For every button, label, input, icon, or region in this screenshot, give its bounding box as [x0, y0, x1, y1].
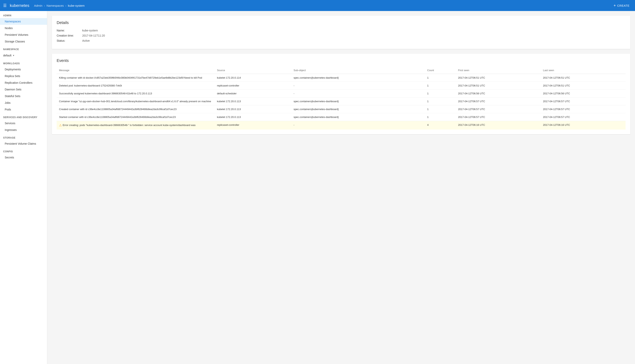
sidebar-item-replica-sets[interactable]: Replica Sets [0, 73, 47, 80]
event-count-3: 1 [425, 98, 456, 105]
events-header-row: Message Source Sub-object Count First se… [57, 67, 625, 74]
sidebar-item-services[interactable]: Services [0, 120, 47, 126]
breadcrumb-namespaces[interactable]: Namespaces [47, 4, 64, 7]
sidebar-label-pods: Pods [5, 108, 11, 111]
event-count-5: 1 [425, 113, 456, 121]
event-message-0: Killing container with id docker://c857a… [57, 74, 215, 82]
warning-icon: ⚠ [59, 124, 63, 127]
topbar: ☰ kubernetes Admin › Namespaces › kube-s… [0, 0, 635, 11]
sidebar-item-namespaces[interactable]: Namespaces [0, 18, 47, 25]
sidebar-item-ingresses[interactable]: Ingresses [0, 126, 47, 133]
event-source-2: default-scheduler [215, 90, 291, 98]
table-row: Deleted pod: kubernetes-dashboard-175242… [57, 82, 625, 90]
event-first-seen-5: 2017-04-12T06:57 UTC [456, 113, 541, 121]
event-source-0: kubelet 172.20.0.114 [215, 74, 291, 82]
sidebar-item-jobs[interactable]: Jobs [0, 100, 47, 106]
event-subobject-3: spec.containers{kubernetes-dashboard} [291, 98, 425, 105]
config-section-header: Config [0, 147, 47, 154]
event-count-6: 4 [425, 121, 456, 130]
plus-icon: + [613, 3, 616, 8]
hamburger-icon[interactable]: ☰ [3, 3, 7, 8]
events-card: Events Message Source Sub-object Count F… [52, 54, 630, 134]
detail-name-value: kube-system [82, 29, 98, 32]
sidebar-label-replica-sets: Replica Sets [5, 74, 20, 78]
table-row: Started container with id c36e4cc8e11088… [57, 113, 625, 121]
detail-creation-row: Creation time: 2017-04-11T11:20 [57, 34, 625, 37]
sidebar-label-jobs: Jobs [5, 101, 11, 104]
col-first-seen: First seen [456, 67, 541, 74]
sidebar-item-nodes[interactable]: Nodes [0, 25, 47, 32]
event-last-seen-4: 2017-04-12T06:57 UTC [541, 105, 625, 113]
detail-status-row: Status: Active [57, 39, 625, 42]
table-row: Successfully assigned kubernetes-dashboa… [57, 90, 625, 98]
sidebar: Admin Namespaces Nodes Persistent Volume… [0, 11, 47, 364]
breadcrumb-current: kube-system [68, 4, 85, 7]
event-source-1: replicaset-controller [215, 82, 291, 90]
sidebar-item-storage-classes[interactable]: Storage Classes [0, 38, 47, 45]
sidebar-item-pvc[interactable]: Persistent Volume Claims [0, 140, 47, 147]
event-message-5: Started container with id c36e4cc8e11088… [57, 113, 215, 121]
col-last-seen: Last seen [541, 67, 625, 74]
detail-name-row: Name: kube-system [57, 29, 625, 32]
detail-creation-value: 2017-04-11T11:20 [82, 34, 105, 37]
breadcrumb-sep-1: › [44, 4, 45, 7]
create-button[interactable]: + CREATE [611, 2, 632, 10]
table-row: ⚠ Error creating: pods "kubernetes-dashb… [57, 121, 625, 130]
event-message-2: Successfully assigned kubernetes-dashboa… [57, 90, 215, 98]
detail-creation-label: Creation time: [57, 34, 82, 37]
event-last-seen-3: 2017-04-12T06:57 UTC [541, 98, 625, 105]
event-first-seen-0: 2017-04-12T06:51 UTC [456, 74, 541, 82]
event-count-1: 1 [425, 82, 456, 90]
events-title: Events [57, 58, 625, 63]
table-row: Container image "sz-pg-oam-docker-hub-00… [57, 98, 625, 105]
sidebar-item-persistent-volumes[interactable]: Persistent Volumes [0, 32, 47, 38]
event-subobject-2: - [291, 90, 425, 98]
sidebar-item-daemon-sets[interactable]: Daemon Sets [0, 86, 47, 93]
event-first-seen-2: 2017-04-12T06:56 UTC [456, 90, 541, 98]
breadcrumb-admin[interactable]: Admin [34, 4, 43, 7]
breadcrumb-sep-2: › [65, 4, 66, 7]
sidebar-label-secrets: Secrets [5, 156, 14, 159]
event-first-seen-1: 2017-04-12T06:51 UTC [456, 82, 541, 90]
event-first-seen-3: 2017-04-12T06:57 UTC [456, 98, 541, 105]
chevron-down-icon: ▾ [13, 54, 14, 57]
event-subobject-1: - [291, 82, 425, 90]
event-last-seen-5: 2017-04-12T06:57 UTC [541, 113, 625, 121]
app-logo: kubernetes [10, 3, 29, 8]
event-last-seen-2: 2017-04-12T06:56 UTC [541, 90, 625, 98]
sidebar-item-pods[interactable]: Pods [0, 106, 47, 113]
event-last-seen-1: 2017-04-12T06:51 UTC [541, 82, 625, 90]
workloads-section-header: Workloads [0, 59, 47, 66]
admin-section-header: Admin [0, 11, 47, 18]
event-source-5: kubelet 172.20.0.113 [215, 113, 291, 121]
col-message: Message [57, 67, 215, 74]
create-label: CREATE [617, 4, 629, 7]
event-first-seen-6: 2017-04-12T06:16 UTC [456, 121, 541, 130]
col-source: Source [215, 67, 291, 74]
sidebar-label-replication-controllers: Replication Controllers [5, 81, 33, 84]
detail-status-label: Status: [57, 39, 82, 42]
namespace-selector[interactable]: default ▾ [0, 52, 47, 59]
sidebar-item-deployments[interactable]: Deployments [0, 66, 47, 73]
sidebar-label-deployments: Deployments [5, 68, 21, 71]
event-count-0: 1 [425, 74, 456, 82]
event-source-3: kubelet 172.20.0.113 [215, 98, 291, 105]
sidebar-item-stateful-sets[interactable]: Stateful Sets [0, 93, 47, 100]
storage-section-header: Storage [0, 133, 47, 140]
details-title: Details [57, 20, 625, 25]
event-first-seen-4: 2017-04-12T06:57 UTC [456, 105, 541, 113]
event-count-2: 1 [425, 90, 456, 98]
main-layout: Admin Namespaces Nodes Persistent Volume… [0, 11, 635, 364]
namespace-section-header: Namespace [0, 45, 47, 52]
event-source-6: replicaset-controller [215, 121, 291, 130]
event-message-3: Container image "sz-pg-oam-docker-hub-00… [57, 98, 215, 105]
sidebar-label-ingresses: Ingresses [5, 128, 17, 132]
col-subobject: Sub-object [291, 67, 425, 74]
sidebar-label-daemon-sets: Daemon Sets [5, 88, 22, 91]
table-row: Killing container with id docker://c857a… [57, 74, 625, 82]
sidebar-item-secrets[interactable]: Secrets [0, 154, 47, 161]
namespace-value: default [3, 54, 12, 57]
sidebar-item-replication-controllers[interactable]: Replication Controllers [0, 80, 47, 86]
sidebar-label-nodes: Nodes [5, 26, 13, 30]
services-section-header: Services and discovery [0, 113, 47, 120]
